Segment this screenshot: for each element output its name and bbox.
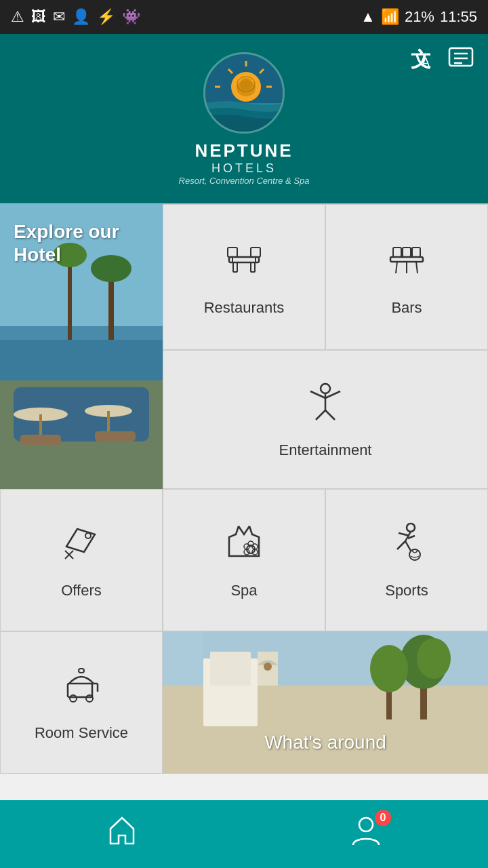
signal-icon: 📶 bbox=[381, 8, 399, 26]
restaurants-icon bbox=[222, 238, 266, 288]
svg-text:A: A bbox=[422, 56, 430, 69]
image-icon: 🖼 bbox=[31, 8, 46, 26]
room-service-label: Room Service bbox=[35, 724, 128, 742]
svg-rect-78 bbox=[210, 652, 251, 686]
entertainment-tile[interactable]: Entertainment bbox=[163, 350, 488, 489]
svg-rect-43 bbox=[412, 248, 420, 257]
svg-point-83 bbox=[417, 638, 451, 679]
alien-icon: 👾 bbox=[122, 8, 140, 26]
bars-tile[interactable]: Bars bbox=[325, 204, 488, 350]
bottom-nav: 0 bbox=[0, 800, 488, 868]
svg-point-62 bbox=[407, 524, 415, 532]
mail-icon: ✉ bbox=[53, 8, 65, 26]
chat-button[interactable] bbox=[447, 45, 474, 77]
svg-line-46 bbox=[416, 262, 418, 273]
restaurants-tile[interactable]: Restaurants bbox=[163, 204, 325, 350]
svg-point-68 bbox=[409, 549, 420, 560]
svg-rect-70 bbox=[79, 669, 84, 673]
translate-button[interactable]: 文 A bbox=[409, 45, 436, 77]
profile-nav-item[interactable]: 0 bbox=[349, 814, 383, 854]
svg-rect-23 bbox=[68, 258, 72, 340]
person-icon: 👤 bbox=[72, 8, 90, 26]
logo-text: NEPTUNE HOTELS Resort, Convention Centre… bbox=[179, 140, 310, 186]
spa-icon bbox=[222, 521, 266, 571]
hotel-subtitle1: HOTELS bbox=[179, 161, 310, 176]
svg-line-67 bbox=[405, 541, 411, 551]
hotel-subtitle2: Resort, Convention Centre & Spa bbox=[179, 176, 310, 186]
sports-label: Sports bbox=[385, 582, 428, 599]
svg-rect-42 bbox=[403, 248, 411, 257]
main-grid: Explore our Hotel Restaurants bbox=[0, 203, 488, 774]
room-service-tile[interactable]: Room Service bbox=[0, 631, 163, 774]
svg-line-63 bbox=[405, 532, 411, 541]
profile-badge: 0 bbox=[375, 810, 391, 826]
bars-icon bbox=[385, 238, 428, 288]
svg-rect-30 bbox=[107, 411, 110, 431]
svg-rect-35 bbox=[251, 262, 255, 272]
wifi-icon: ▲ bbox=[361, 8, 375, 26]
logo-circle bbox=[203, 52, 285, 134]
whats-around-label: What's around bbox=[163, 732, 488, 753]
entertainment-icon bbox=[304, 380, 347, 431]
svg-rect-40 bbox=[390, 257, 423, 262]
svg-line-51 bbox=[316, 410, 325, 420]
bars-label: Bars bbox=[391, 299, 422, 317]
svg-rect-28 bbox=[39, 414, 42, 435]
svg-line-52 bbox=[325, 410, 335, 420]
clock: 11:55 bbox=[440, 8, 477, 26]
status-bar: ⚠ 🖼 ✉ 👤 ⚡ 👾 ▲ 📶 21% 11:55 bbox=[0, 0, 488, 34]
svg-point-73 bbox=[70, 695, 77, 702]
svg-line-66 bbox=[397, 541, 405, 549]
battery-text: 21% bbox=[405, 8, 434, 26]
svg-point-80 bbox=[264, 663, 272, 671]
svg-point-15 bbox=[240, 78, 252, 90]
spa-label: Spa bbox=[230, 582, 257, 599]
svg-rect-86 bbox=[163, 631, 203, 686]
entertainment-label: Entertainment bbox=[279, 441, 372, 459]
usb-icon: ⚡ bbox=[97, 8, 115, 26]
sports-icon bbox=[385, 521, 428, 571]
header: 文 A bbox=[0, 34, 488, 203]
explore-label: Explore our Hotel bbox=[14, 220, 163, 266]
svg-point-87 bbox=[359, 818, 373, 831]
svg-point-53 bbox=[85, 533, 91, 538]
warning-icon: ⚠ bbox=[11, 8, 24, 26]
svg-point-74 bbox=[86, 695, 93, 702]
status-icons-right: ▲ 📶 21% 11:55 bbox=[361, 8, 477, 26]
whats-around-tile[interactable]: What's around bbox=[163, 631, 488, 774]
sports-tile[interactable]: Sports bbox=[325, 489, 488, 631]
logo: NEPTUNE HOTELS Resort, Convention Centre… bbox=[179, 52, 310, 186]
header-actions: 文 A bbox=[409, 45, 474, 77]
svg-rect-37 bbox=[251, 248, 260, 257]
restaurants-label: Restaurants bbox=[204, 299, 285, 317]
svg-line-44 bbox=[396, 262, 397, 273]
explore-tile[interactable]: Explore our Hotel bbox=[0, 204, 163, 489]
offers-label: Offers bbox=[61, 582, 102, 599]
svg-rect-31 bbox=[20, 435, 61, 445]
svg-rect-33 bbox=[229, 257, 259, 262]
offers-icon bbox=[60, 521, 103, 571]
svg-point-47 bbox=[321, 384, 330, 393]
hotel-name: NEPTUNE bbox=[179, 140, 310, 161]
svg-line-64 bbox=[399, 533, 409, 536]
svg-point-85 bbox=[370, 645, 408, 692]
svg-rect-41 bbox=[393, 248, 401, 257]
offers-tile[interactable]: Offers bbox=[0, 489, 163, 631]
room-service-icon bbox=[60, 663, 103, 713]
profile-badge-container: 0 bbox=[349, 814, 383, 854]
home-icon bbox=[105, 814, 139, 854]
svg-rect-36 bbox=[228, 248, 237, 257]
home-nav-item[interactable] bbox=[105, 814, 139, 854]
profile-icon bbox=[349, 821, 383, 854]
svg-rect-32 bbox=[95, 431, 136, 441]
status-icons-left: ⚠ 🖼 ✉ 👤 ⚡ 👾 bbox=[11, 8, 140, 26]
svg-rect-34 bbox=[233, 262, 237, 272]
spa-tile[interactable]: Spa bbox=[163, 489, 325, 631]
